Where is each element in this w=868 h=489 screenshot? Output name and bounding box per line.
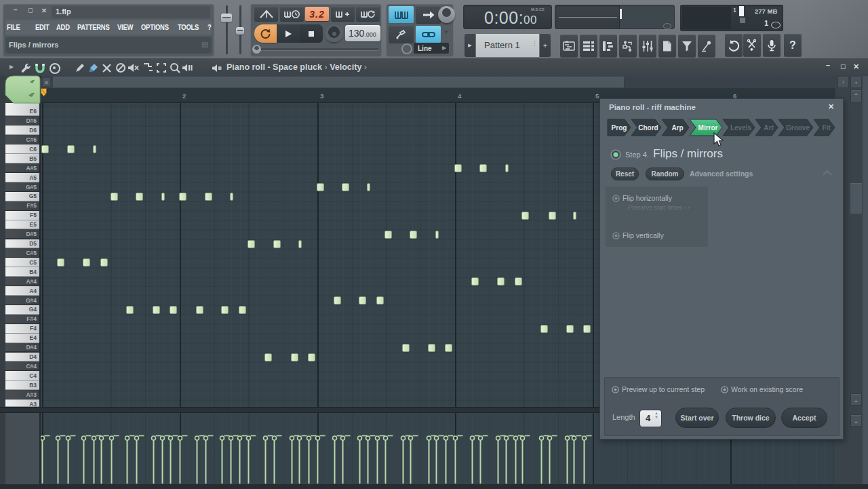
svg-text:Art: Art	[764, 124, 774, 132]
svg-text:Chord: Chord	[638, 124, 658, 132]
svg-text:Mirror: Mirror	[698, 124, 718, 132]
svg-text:Prog: Prog	[612, 124, 627, 132]
svg-text:Arp: Arp	[671, 124, 683, 132]
svg-text:Fit: Fit	[822, 124, 831, 132]
svg-text:Groove: Groove	[786, 124, 810, 132]
svg-text:Levels: Levels	[730, 124, 752, 132]
